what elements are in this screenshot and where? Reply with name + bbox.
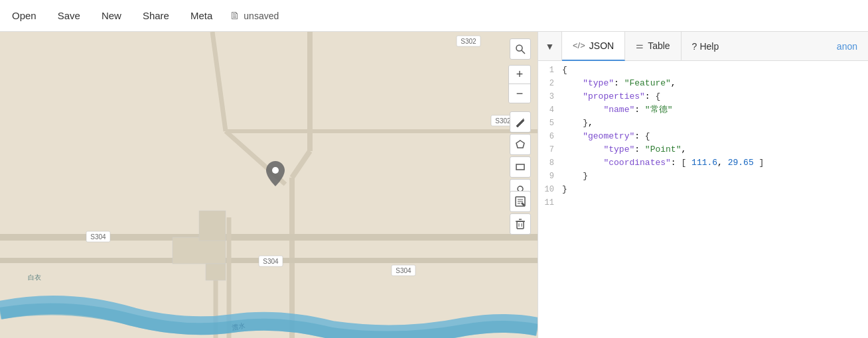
svg-rect-32 — [516, 164, 524, 170]
svg-line-30 — [522, 50, 525, 54]
code-line: 5 }, — [538, 117, 868, 130]
line-content: "coordinates": [ 111.6, 29.65 ] — [562, 156, 868, 170]
tab-help[interactable]: ? Help — [682, 32, 730, 61]
line-content: "geometry": { — [562, 130, 868, 143]
code-line: 1{ — [538, 64, 868, 77]
unsaved-label: unsaved — [244, 11, 279, 21]
line-content: { — [562, 64, 868, 77]
new-button[interactable]: New — [98, 7, 125, 24]
unsaved-indicator: 🗎 unsaved — [230, 10, 279, 22]
code-line: 7 "type": "Point", — [538, 143, 868, 156]
line-number: 2 — [538, 77, 562, 90]
code-line: 6 "geometry": { — [538, 130, 868, 143]
line-number: 6 — [538, 130, 562, 143]
svg-text:白衣: 白衣 — [28, 274, 41, 281]
svg-point-28 — [272, 167, 279, 174]
delete-tool[interactable] — [510, 213, 531, 235]
line-content: "name": "常德" — [562, 103, 868, 117]
panel-tabs: ▼ </> JSON ⚌ Table ? Help anon — [538, 32, 868, 61]
polygon-draw-tool[interactable] — [510, 134, 531, 155]
svg-marker-31 — [516, 141, 524, 148]
tab-table-label: Table — [648, 40, 670, 51]
search-tool-button[interactable] — [510, 38, 531, 60]
code-line: 9 } — [538, 170, 868, 183]
edit-properties-tool[interactable] — [510, 191, 531, 212]
right-panel: ▼ </> JSON ⚌ Table ? Help anon 1{2 "type… — [538, 32, 868, 338]
code-line: 2 "type": "Feature", — [538, 77, 868, 90]
edit-tools — [510, 191, 531, 235]
open-button[interactable]: Open — [8, 7, 40, 24]
line-content: "type": "Feature", — [562, 77, 868, 90]
tab-json[interactable]: </> JSON — [562, 32, 625, 61]
json-editor[interactable]: 1{2 "type": "Feature",3 "properties": {4… — [538, 61, 868, 338]
svg-rect-12 — [199, 211, 226, 241]
line-number: 10 — [538, 183, 562, 196]
code-line: 3 "properties": { — [538, 90, 868, 103]
line-number: 9 — [538, 170, 562, 183]
code-icon: </> — [573, 40, 585, 50]
line-number: 4 — [538, 103, 562, 117]
zoom-in-button[interactable]: + — [509, 66, 530, 84]
svg-text:S304: S304 — [90, 233, 106, 241]
anon-button[interactable]: anon — [826, 32, 868, 61]
main-area: S302 S302 S304 S304 S304 G207 澧水 白衣 — [0, 32, 868, 338]
line-content: } — [562, 170, 868, 183]
line-draw-tool[interactable] — [510, 111, 531, 133]
svg-rect-39 — [517, 221, 524, 229]
meta-button[interactable]: Meta — [186, 7, 216, 24]
anon-label: anon — [837, 41, 857, 52]
svg-text:S302: S302 — [495, 117, 511, 125]
line-content — [562, 196, 868, 209]
svg-text:S302: S302 — [461, 38, 476, 45]
line-number: 8 — [538, 156, 562, 170]
code-line: 8 "coordinates": [ 111.6, 29.65 ] — [538, 156, 868, 170]
tab-json-label: JSON — [589, 40, 614, 51]
code-line: 10} — [538, 183, 868, 196]
table-icon: ⚌ — [636, 40, 644, 50]
tab-help-label: Help — [699, 41, 719, 52]
save-button[interactable]: Save — [54, 7, 84, 24]
code-line: 11 — [538, 196, 868, 209]
line-number: 3 — [538, 90, 562, 103]
line-content: }, — [562, 117, 868, 130]
line-content: } — [562, 183, 868, 196]
line-content: "type": "Point", — [562, 143, 868, 156]
zoom-controls: + − — [508, 65, 531, 103]
svg-rect-11 — [173, 237, 226, 264]
document-icon: 🗎 — [230, 10, 240, 22]
line-content: "properties": { — [562, 90, 868, 103]
code-line: 4 "name": "常德" — [538, 103, 868, 117]
line-number: 1 — [538, 64, 562, 77]
svg-rect-13 — [206, 264, 226, 280]
line-number: 7 — [538, 143, 562, 156]
line-number: 11 — [538, 196, 562, 209]
map-container[interactable]: S302 S302 S304 S304 S304 G207 澧水 白衣 — [0, 32, 538, 338]
zoom-out-button[interactable]: − — [509, 84, 530, 103]
collapse-button[interactable]: ▼ — [538, 32, 562, 61]
svg-point-29 — [516, 45, 522, 51]
rectangle-draw-tool[interactable] — [510, 156, 531, 178]
svg-text:S304: S304 — [263, 258, 279, 265]
map-pin — [266, 161, 285, 192]
help-question-mark: ? — [692, 41, 697, 52]
draw-tools — [510, 111, 531, 200]
svg-text:S304: S304 — [396, 267, 411, 274]
top-nav: Open Save New Share Meta 🗎 unsaved — [0, 0, 868, 32]
map-search-toolbar — [510, 38, 531, 60]
tab-table[interactable]: ⚌ Table — [625, 32, 681, 61]
share-button[interactable]: Share — [139, 7, 173, 24]
line-number: 5 — [538, 117, 562, 130]
